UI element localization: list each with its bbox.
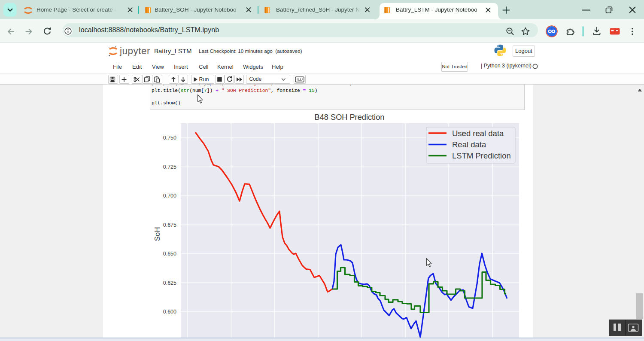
- svg-text:Real data: Real data: [452, 140, 486, 149]
- svg-text:0.700: 0.700: [163, 193, 176, 199]
- svg-text:0.625: 0.625: [163, 280, 176, 286]
- svg-text:0.725: 0.725: [163, 164, 176, 170]
- svg-text:0.675: 0.675: [163, 222, 176, 228]
- svg-text:Run: Run: [199, 76, 209, 82]
- svg-text:B48 SOH Prediction: B48 SOH Prediction: [315, 113, 385, 122]
- svg-text:0.750: 0.750: [163, 135, 176, 141]
- svg-text:0.650: 0.650: [163, 251, 176, 257]
- svg-text:SoH: SoH: [153, 227, 161, 241]
- svg-text:Used real data: Used real data: [452, 129, 504, 138]
- svg-text:0.600: 0.600: [163, 309, 176, 315]
- svg-text:LSTM Prediction: LSTM Prediction: [452, 151, 511, 160]
